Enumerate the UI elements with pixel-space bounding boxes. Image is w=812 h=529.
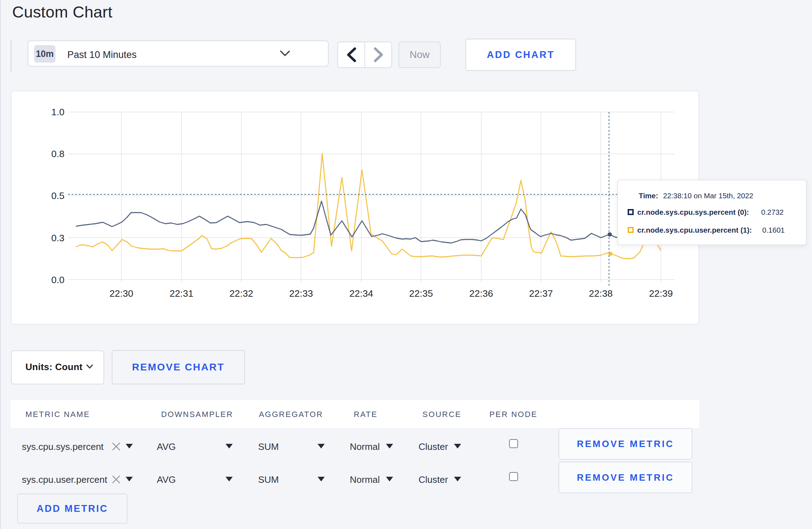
svg-text:0.8: 0.8 — [51, 149, 64, 159]
svg-text:22:35: 22:35 — [409, 288, 433, 299]
svg-text:0.0: 0.0 — [51, 275, 64, 285]
svg-text:22:37: 22:37 — [529, 288, 553, 299]
svg-text:22:30: 22:30 — [110, 288, 133, 299]
svg-text:22:31: 22:31 — [170, 288, 193, 299]
svg-text:22:36: 22:36 — [469, 288, 493, 299]
svg-text:22:34: 22:34 — [349, 288, 373, 299]
svg-text:22:32: 22:32 — [229, 288, 253, 299]
svg-text:22:38: 22:38 — [589, 288, 613, 299]
svg-text:22:33: 22:33 — [289, 288, 313, 299]
svg-text:22:39: 22:39 — [649, 288, 673, 299]
svg-text:0.5: 0.5 — [51, 190, 64, 201]
svg-text:1.0: 1.0 — [51, 107, 64, 117]
svg-text:0.3: 0.3 — [51, 233, 64, 243]
